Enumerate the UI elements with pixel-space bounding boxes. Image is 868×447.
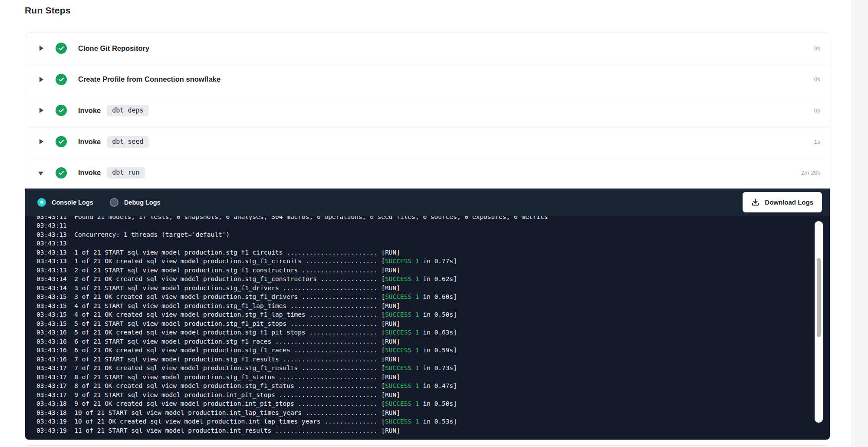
step-row-invoke-dbt-seed[interactable]: Invoke dbt seed 1s	[25, 126, 830, 158]
log-line: 03:43:13 1 of 21 START sql view model pr…	[36, 248, 830, 257]
step-row-invoke-dbt-deps[interactable]: Invoke dbt deps 0s	[25, 95, 830, 126]
log-viewport[interactable]: 03:43:11 Found 21 models, 17 tests, 0 sn…	[25, 216, 830, 440]
log-scrollbar[interactable]	[815, 221, 823, 423]
page-title: Run Steps	[25, 5, 71, 16]
next-step-card-edge	[25, 445, 830, 447]
log-line: 03:43:11 Found 21 models, 17 tests, 0 sn…	[36, 216, 830, 222]
log-line: 03:43:14 3 of 21 START sql view model pr…	[36, 284, 830, 293]
step-duration: 0s	[814, 76, 820, 83]
console-logs-radio[interactable]: Console Logs	[37, 198, 93, 207]
step-duration: 0s	[814, 107, 820, 114]
log-success-text: SUCCESS 1	[385, 418, 419, 425]
log-success-text: SUCCESS 1	[385, 382, 419, 389]
step-duration: 2m 26s	[801, 169, 820, 176]
log-line: 03:43:19 10 of 21 OK created sql view mo…	[36, 417, 830, 426]
log-line: 03:43:16 6 of 21 START sql view model pr…	[36, 337, 830, 346]
radio-selected-icon[interactable]	[37, 198, 46, 207]
run-steps-card: Clone Git Repository 0s Create Profile f…	[25, 33, 830, 440]
log-line: 03:43:11	[36, 221, 830, 230]
log-success-text: SUCCESS 1	[385, 329, 419, 336]
log-line: 03:43:17 8 of 21 OK created sql view mod…	[36, 381, 830, 391]
log-line: 03:43:16 5 of 21 OK created sql view mod…	[36, 328, 830, 337]
log-line: 03:43:13	[36, 239, 830, 248]
log-line: 03:43:15 5 of 21 START sql view model pr…	[36, 319, 830, 328]
success-check-icon	[56, 43, 67, 54]
radio-unselected-icon[interactable]	[110, 198, 118, 207]
debug-logs-radio[interactable]: Debug Logs	[110, 198, 161, 207]
chevron-right-icon[interactable]	[38, 107, 44, 113]
chevron-right-icon[interactable]	[38, 139, 44, 145]
success-check-icon	[56, 167, 67, 179]
console-logs-label: Console Logs	[52, 199, 93, 206]
log-line: 03:43:17 7 of 21 OK created sql view mod…	[36, 364, 830, 373]
debug-logs-label: Debug Logs	[124, 199, 161, 206]
step-label: Invoke	[78, 106, 101, 115]
code-badge: dbt deps	[107, 105, 148, 116]
step-label: Create Profile from Connection snowflake	[78, 75, 220, 83]
success-check-icon	[56, 105, 67, 116]
log-success-text: SUCCESS 1	[385, 347, 419, 354]
download-logs-label: Download Logs	[765, 199, 813, 206]
download-logs-button[interactable]: Download Logs	[743, 192, 822, 212]
step-label: Clone Git Repository	[78, 44, 149, 53]
code-badge: dbt run	[107, 167, 145, 179]
logs-toolbar: Console Logs Debug Logs Download Logs	[25, 189, 830, 216]
run-steps-page: Run Steps Clone Git Repository 0s Create…	[0, 0, 868, 447]
logs-panel: Console Logs Debug Logs Download Logs	[25, 189, 830, 440]
step-row-clone-git-repository[interactable]: Clone Git Repository 0s	[25, 33, 830, 64]
log-success-text: SUCCESS 1	[385, 364, 419, 371]
log-line: 03:43:15 4 of 21 OK created sql view mod…	[36, 310, 830, 319]
chevron-right-icon[interactable]	[38, 76, 44, 83]
step-duration: 1s	[814, 139, 820, 145]
log-line: 03:43:17 8 of 21 START sql view model pr…	[36, 373, 830, 382]
log-line: 03:43:15 4 of 21 START sql view model pr…	[36, 301, 830, 311]
download-icon	[751, 198, 760, 206]
code-badge: dbt seed	[107, 136, 148, 148]
log-line: 03:43:16 7 of 21 START sql view model pr…	[36, 355, 830, 364]
step-label: Invoke	[78, 169, 101, 177]
success-check-icon	[56, 136, 67, 147]
success-check-icon	[56, 74, 67, 85]
log-scrollbar-thumb[interactable]	[817, 258, 821, 337]
chevron-right-icon[interactable]	[38, 45, 44, 51]
log-line: 03:43:15 3 of 21 OK created sql view mod…	[36, 292, 830, 301]
log-success-text: SUCCESS 1	[385, 293, 419, 300]
log-line: 03:43:13 Concurrency: 1 threads (target=…	[36, 230, 830, 239]
log-line: 03:43:13 1 of 21 OK created sql view mod…	[36, 257, 830, 266]
log-success-text: SUCCESS 1	[385, 258, 419, 265]
log-line: 03:43:13 2 of 21 START sql view model pr…	[36, 266, 830, 275]
step-row-create-profile[interactable]: Create Profile from Connection snowflake…	[25, 64, 830, 96]
step-row-invoke-dbt-run[interactable]: Invoke dbt run 2m 26s	[25, 157, 830, 189]
chevron-down-icon[interactable]	[38, 170, 44, 176]
log-success-text: SUCCESS 1	[385, 311, 419, 318]
log-line: 03:43:16 6 of 21 OK created sql view mod…	[36, 346, 830, 355]
page-right-gutter	[852, 0, 868, 447]
step-duration: 0s	[814, 45, 820, 52]
log-success-text: SUCCESS 1	[385, 275, 419, 282]
step-label: Invoke	[78, 138, 101, 146]
log-line: 03:43:18 9 of 21 OK created sql view mod…	[36, 399, 830, 408]
log-line: 03:43:14 2 of 21 OK created sql view mod…	[36, 275, 830, 284]
log-lines: 03:43:11 Found 21 models, 17 tests, 0 sn…	[36, 216, 830, 435]
log-line: 03:43:17 9 of 21 START sql view model pr…	[36, 391, 830, 400]
log-line: 03:43:19 11 of 21 START sql view model p…	[36, 426, 830, 435]
log-success-text: SUCCESS 1	[385, 400, 419, 407]
log-line: 03:43:18 10 of 21 START sql view model p…	[36, 408, 830, 417]
